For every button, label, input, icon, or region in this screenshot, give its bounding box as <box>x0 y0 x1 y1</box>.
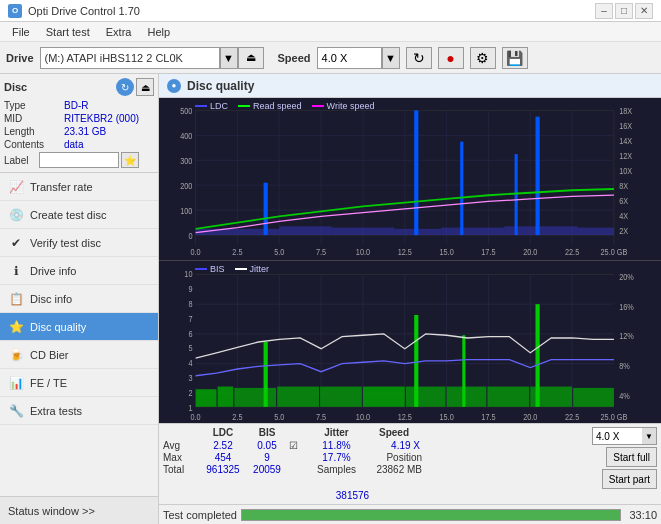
svg-text:100: 100 <box>180 206 193 216</box>
fe-te-icon: 📊 <box>8 375 24 391</box>
charts-area: LDC Read speed Write speed <box>159 98 661 423</box>
nav-create-test-disc[interactable]: 💿 Create test disc <box>0 201 158 229</box>
svg-text:6X: 6X <box>619 196 629 206</box>
avg-label: Avg <box>163 440 201 451</box>
max-label: Max <box>163 452 201 463</box>
status-text: Test completed <box>163 509 237 521</box>
svg-text:0.0: 0.0 <box>191 247 202 257</box>
disc-label-row: Label ⭐ <box>4 152 154 168</box>
avg-speed: 4.19 X <box>364 440 424 451</box>
start-full-button[interactable]: Start full <box>606 447 657 467</box>
minimize-button[interactable]: – <box>595 3 613 19</box>
drive-select-box[interactable]: (M:) ATAPI iHBS112 2 CL0K <box>40 47 220 69</box>
speed-stats-select[interactable]: 4.0 X ▼ <box>592 427 657 445</box>
svg-text:18X: 18X <box>619 107 633 117</box>
nav-cd-bier-label: CD Bier <box>30 349 69 361</box>
nav-fe-te-label: FE / TE <box>30 377 67 389</box>
nav-verify-test-disc-label: Verify test disc <box>30 237 101 249</box>
disc-mid-label: MID <box>4 113 64 124</box>
content-area: ● Disc quality LDC Read speed <box>159 74 661 524</box>
svg-text:15.0: 15.0 <box>439 411 453 422</box>
svg-text:25.0 GB: 25.0 GB <box>601 411 628 422</box>
content-header-icon: ● <box>167 79 181 93</box>
svg-text:10.0: 10.0 <box>356 247 371 257</box>
disc-quality-icon: ⭐ <box>8 319 24 335</box>
svg-text:17.5: 17.5 <box>481 247 496 257</box>
drive-dropdown-button[interactable]: ▼ <box>220 47 238 69</box>
nav-disc-quality[interactable]: ⭐ Disc quality <box>0 313 158 341</box>
burn-button[interactable]: ● <box>438 47 464 69</box>
speed-value: 4.0 X <box>322 52 348 64</box>
nav-disc-info[interactable]: 📋 Disc info <box>0 285 158 313</box>
nav-drive-info-label: Drive info <box>30 265 76 277</box>
menu-extra[interactable]: Extra <box>98 24 140 40</box>
nav-extra-tests[interactable]: 🔧 Extra tests <box>0 397 158 425</box>
svg-text:5: 5 <box>188 343 192 354</box>
avg-jitter: 11.8% <box>309 440 364 451</box>
menu-help[interactable]: Help <box>139 24 178 40</box>
bis-legend-label: BIS <box>210 264 225 274</box>
status-window[interactable]: Status window >> <box>0 496 158 524</box>
disc-label-save-button[interactable]: ⭐ <box>121 152 139 168</box>
menu-start-test[interactable]: Start test <box>38 24 98 40</box>
svg-rect-112 <box>536 304 540 407</box>
disc-refresh-icon[interactable]: ↻ <box>116 78 134 96</box>
svg-text:22.5: 22.5 <box>565 411 579 422</box>
disc-label-key: Label <box>4 155 39 166</box>
stats-table: LDC BIS Jitter Speed Avg 2.52 0.05 ☑ 11.… <box>163 427 588 475</box>
save-button[interactable]: 💾 <box>502 47 528 69</box>
disc-info-icon: 📋 <box>8 291 24 307</box>
chart1-svg: 500 400 300 200 100 0 18X 16X 14X 12X 10… <box>159 98 661 260</box>
svg-text:0.0: 0.0 <box>191 411 201 422</box>
drive-info-icon: ℹ <box>8 263 24 279</box>
progress-bar-area: Test completed 33:10 <box>159 504 661 524</box>
svg-rect-111 <box>462 335 465 407</box>
nav-fe-te[interactable]: 📊 FE / TE <box>0 369 158 397</box>
jitter-checkbox: ☑ <box>289 440 309 451</box>
speed-dropdown-button[interactable]: ▼ <box>382 47 400 69</box>
svg-rect-0 <box>159 98 661 260</box>
progress-time: 33:10 <box>629 509 657 521</box>
write-speed-legend-color <box>312 105 324 107</box>
svg-text:2: 2 <box>188 387 192 398</box>
start-part-button[interactable]: Start part <box>602 469 657 489</box>
nav-cd-bier[interactable]: 🍺 CD Bier <box>0 341 158 369</box>
speed-stats-dropdown[interactable]: ▼ <box>642 428 656 444</box>
chart2-svg: 10 9 8 7 6 5 4 3 2 1 20% 16% 12% 8% 4% <box>159 261 661 423</box>
svg-rect-110 <box>414 315 418 407</box>
read-speed-legend-item: Read speed <box>238 101 302 111</box>
nav-drive-info[interactable]: ℹ Drive info <box>0 257 158 285</box>
svg-text:20.0: 20.0 <box>523 411 537 422</box>
disc-type-value: BD-R <box>64 100 88 111</box>
nav-list: 📈 Transfer rate 💿 Create test disc ✔ Ver… <box>0 173 158 425</box>
svg-text:7.5: 7.5 <box>316 411 326 422</box>
svg-text:400: 400 <box>180 132 193 142</box>
read-speed-legend-color <box>238 105 250 107</box>
nav-verify-test-disc[interactable]: ✔ Verify test disc <box>0 229 158 257</box>
maximize-button[interactable]: □ <box>615 3 633 19</box>
nav-disc-quality-label: Disc quality <box>30 321 86 333</box>
nav-transfer-rate-label: Transfer rate <box>30 181 93 193</box>
eject-button[interactable]: ⏏ <box>238 47 264 69</box>
svg-text:16%: 16% <box>619 301 634 312</box>
disc-contents-value: data <box>64 139 83 150</box>
disc-mid-value: RITEKBR2 (000) <box>64 113 139 124</box>
menu-file[interactable]: File <box>4 24 38 40</box>
refresh-button[interactable]: ↻ <box>406 47 432 69</box>
nav-create-test-disc-label: Create test disc <box>30 209 106 221</box>
svg-rect-100 <box>234 388 276 407</box>
nav-transfer-rate[interactable]: 📈 Transfer rate <box>0 173 158 201</box>
svg-text:0: 0 <box>188 231 193 241</box>
drive-label: Drive <box>6 52 34 64</box>
content-header: ● Disc quality <box>159 74 661 98</box>
disc-label-input[interactable] <box>39 152 119 168</box>
settings-button[interactable]: ⚙ <box>470 47 496 69</box>
disc-contents-label: Contents <box>4 139 64 150</box>
ldc-header: LDC <box>201 427 245 438</box>
svg-text:5.0: 5.0 <box>274 411 284 422</box>
disc-eject-icon[interactable]: ⏏ <box>136 78 154 96</box>
speed-select-box[interactable]: 4.0 X <box>317 47 382 69</box>
svg-text:12.5: 12.5 <box>398 247 413 257</box>
speed-label: Speed <box>278 52 311 64</box>
close-button[interactable]: ✕ <box>635 3 653 19</box>
